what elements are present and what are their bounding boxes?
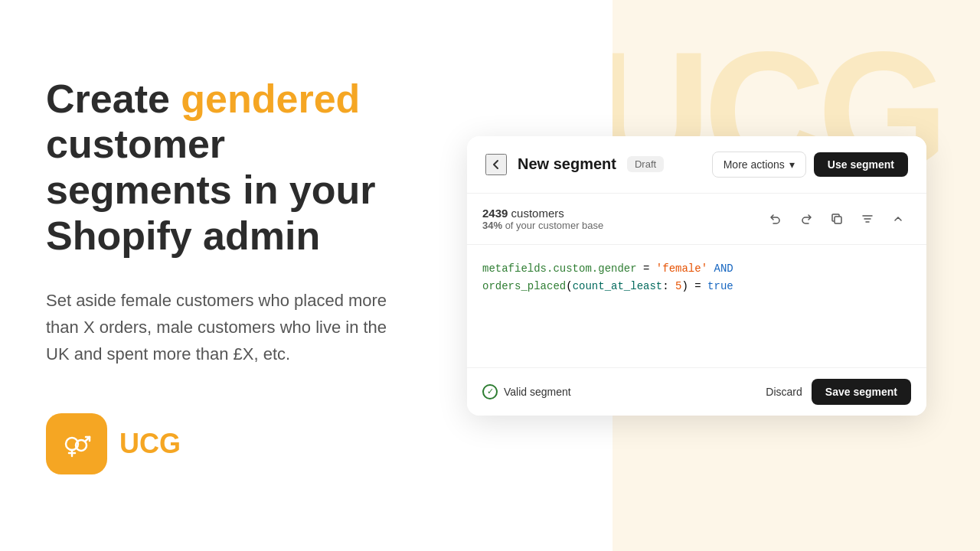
more-actions-label: More actions [724, 158, 785, 171]
code-true-keyword: true [707, 280, 733, 292]
customer-count-suffix: customers [508, 207, 564, 220]
filter-icon [861, 213, 874, 225]
stats-bar: 2439 customers 34% of your customer base [467, 194, 926, 245]
brand-icon [46, 413, 107, 474]
headline: Create gendered customer segments in you… [46, 77, 398, 259]
discard-button[interactable]: Discard [766, 386, 802, 398]
valid-badge: ✓ Valid segment [482, 384, 571, 399]
collapse-button[interactable] [885, 206, 911, 232]
headline-part2: customer segments in your Shopify admin [46, 122, 376, 258]
valid-label: Valid segment [504, 386, 571, 398]
segment-title: New segment [518, 155, 616, 173]
footer-actions: Discard Save segment [766, 379, 911, 405]
collapse-icon [892, 213, 904, 225]
brand: UCG [46, 413, 398, 474]
customer-count: 2439 [482, 207, 508, 220]
right-panel: New segment Draft More actions ▾ Use seg… [444, 136, 980, 416]
redo-icon [800, 213, 812, 225]
code-function-1: orders_placed [482, 280, 566, 292]
code-string-1: 'female' [656, 262, 707, 275]
code-editor[interactable]: metafields.custom.gender = 'female' AND … [467, 245, 926, 367]
chevron-down-icon: ▾ [789, 158, 795, 171]
copy-button[interactable] [824, 206, 850, 232]
headline-part1: Create [46, 77, 181, 121]
undo-icon [769, 213, 782, 225]
card-body: 2439 customers 34% of your customer base [467, 194, 926, 367]
code-line-1: metafields.custom.gender = 'female' AND [482, 260, 911, 279]
card-header-left: New segment Draft [485, 154, 664, 175]
gender-icon [60, 427, 93, 461]
use-segment-button[interactable]: Use segment [814, 152, 908, 177]
card-header-right: More actions ▾ Use segment [712, 152, 908, 178]
filter-button[interactable] [854, 206, 880, 232]
code-param-1: count_at_least [573, 280, 663, 292]
valid-icon: ✓ [482, 384, 498, 399]
stats-pct: 34% of your customer base [482, 220, 603, 231]
stats-left: 2439 customers 34% of your customer base [482, 207, 603, 231]
customer-pct-suffix: of your customer base [502, 220, 603, 231]
svg-rect-7 [835, 217, 841, 223]
save-segment-button[interactable]: Save segment [812, 379, 911, 405]
copy-icon [831, 213, 843, 225]
stats-count: 2439 customers [482, 207, 603, 220]
code-and-keyword: AND [714, 262, 733, 275]
card-header: New segment Draft More actions ▾ Use seg… [467, 136, 926, 194]
customer-pct: 34% [482, 220, 502, 231]
back-icon [489, 158, 503, 171]
headline-highlight: gendered [181, 77, 360, 121]
redo-button[interactable] [793, 206, 819, 232]
subtext: Set aside female customers who placed mo… [46, 287, 398, 368]
code-line-2: orders_placed(count_at_least: 5) = true [482, 278, 911, 296]
draft-badge: Draft [627, 156, 664, 172]
stats-actions [763, 206, 911, 232]
left-panel: Create gendered customer segments in you… [0, 31, 444, 521]
undo-button[interactable] [763, 206, 789, 232]
admin-card: New segment Draft More actions ▾ Use seg… [467, 136, 926, 416]
back-button[interactable] [485, 154, 507, 175]
code-keyword-1: metafields.custom.gender [482, 262, 637, 275]
brand-name: UCG [119, 428, 181, 460]
more-actions-button[interactable]: More actions ▾ [712, 152, 806, 178]
card-footer: ✓ Valid segment Discard Save segment [467, 367, 926, 416]
